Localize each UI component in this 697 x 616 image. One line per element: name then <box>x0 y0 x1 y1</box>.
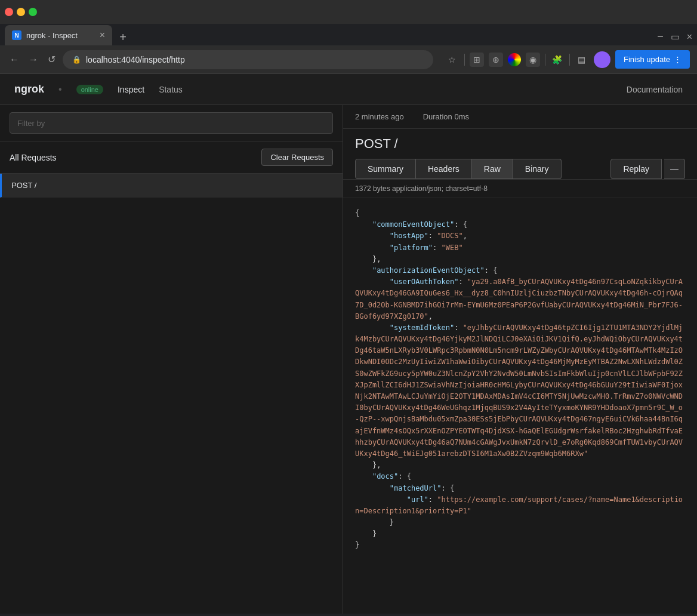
close-button[interactable] <box>29 8 37 16</box>
reload-button[interactable]: ↺ <box>45 51 58 67</box>
tab-binary[interactable]: Binary <box>513 159 562 179</box>
color-icon[interactable] <box>508 53 521 66</box>
maximize-button[interactable] <box>17 8 25 16</box>
time-ago-text: 2 minutes ago <box>355 112 404 121</box>
clear-requests-button[interactable]: Clear Requests <box>261 149 333 166</box>
url-text: localhost:4040/inspect/http <box>86 55 185 64</box>
tab-favicon: N <box>12 30 21 40</box>
back-button[interactable]: ← <box>7 52 21 67</box>
documentation-link[interactable]: Documentation <box>627 85 683 94</box>
json-pre: { "commonEventObject": { "hostApp": "DOC… <box>355 208 685 552</box>
tab-title: ngrok - Inspect <box>26 31 78 40</box>
replay-button[interactable]: Replay <box>610 159 662 179</box>
nav-status-link[interactable]: Status <box>159 85 183 94</box>
finish-update-chevron-icon: ⋮ <box>674 55 681 64</box>
filter-input[interactable] <box>10 112 333 134</box>
app-logo: ngrok <box>14 83 44 96</box>
replay-more-button[interactable]: — <box>664 159 685 179</box>
restore-window-button[interactable]: ▭ <box>671 31 680 42</box>
close-window-button[interactable]: × <box>687 32 692 42</box>
forward-button[interactable]: → <box>26 52 41 67</box>
json-content-area: { "commonEventObject": { "hostApp": "DOC… <box>343 198 697 614</box>
profile-icon[interactable]: ⊞ <box>470 53 484 67</box>
request-metadata: 2 minutes ago Duration 0ms <box>343 105 697 129</box>
tab-summary[interactable]: Summary <box>355 159 416 179</box>
minimize-button[interactable] <box>5 8 13 16</box>
address-bar[interactable]: 🔒 localhost:4040/inspect/http <box>63 50 433 69</box>
duration-label: Duration 0ms <box>423 112 469 121</box>
all-requests-title: All Requests <box>10 153 57 162</box>
tab-close-button[interactable]: × <box>100 30 105 41</box>
tab-raw[interactable]: Raw <box>472 159 513 179</box>
user-avatar[interactable] <box>594 51 610 68</box>
bookmark-icon[interactable]: ☆ <box>445 53 459 67</box>
puzzle-icon[interactable]: 🧩 <box>550 53 565 67</box>
tab-headers[interactable]: Headers <box>416 159 472 179</box>
new-tab-button[interactable]: + <box>115 29 131 45</box>
sidebar-icon[interactable]: ▤ <box>575 53 589 67</box>
request-method: POST / <box>11 181 36 190</box>
controller-icon[interactable]: ◉ <box>526 53 540 67</box>
request-list-item[interactable]: POST / <box>0 174 343 198</box>
gamepad-icon[interactable]: ⊕ <box>489 53 503 67</box>
online-badge: online <box>76 85 103 94</box>
finish-update-button[interactable]: Finish update ⋮ <box>615 50 690 69</box>
request-title: POST / <box>343 129 697 159</box>
minimize-window-button[interactable]: − <box>657 30 664 43</box>
nav-inspect-link[interactable]: Inspect <box>118 85 144 94</box>
browser-tab[interactable]: N ngrok - Inspect × <box>5 25 112 45</box>
content-meta: 1372 bytes application/json; charset=utf… <box>343 180 697 198</box>
